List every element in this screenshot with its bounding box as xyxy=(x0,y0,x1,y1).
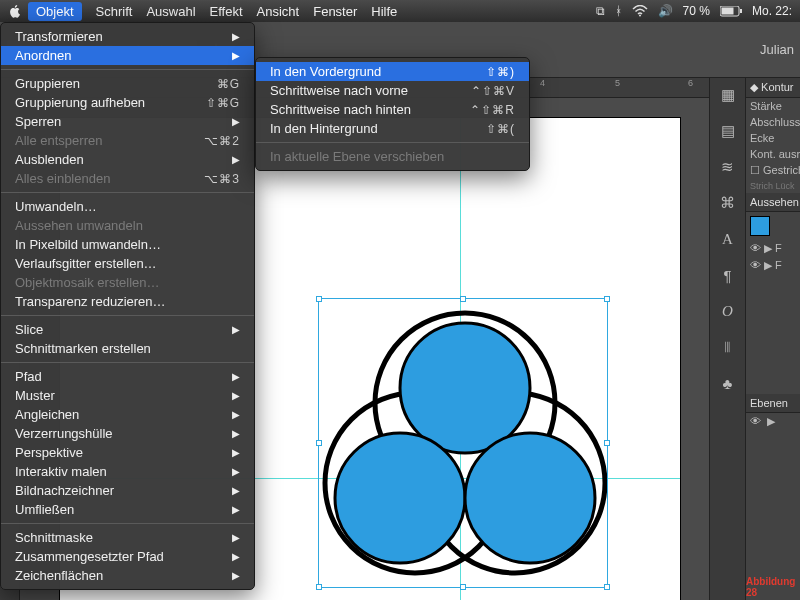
bluetooth-icon: ᚼ xyxy=(615,4,622,18)
paragraph-icon[interactable]: ¶ xyxy=(717,264,739,286)
menu-item-label: Schnittmarken erstellen xyxy=(15,341,151,356)
user-name: Julian xyxy=(760,42,794,57)
layer-row[interactable]: 👁 ▶ xyxy=(746,413,800,430)
menu-item-label: In aktuelle Ebene verschieben xyxy=(270,149,444,164)
menu-item-label: Muster xyxy=(15,388,55,403)
menu-schrift[interactable]: Schrift xyxy=(96,4,133,19)
grid-icon[interactable]: ▦ xyxy=(717,84,739,106)
arrange-submenu[interactable]: In den Vordergrund⇧⌘)Schrittweise nach v… xyxy=(255,57,530,171)
object-menu-item[interactable]: Gruppieren⌘G xyxy=(1,74,254,93)
menu-item-label: Aussehen umwandeln xyxy=(15,218,143,233)
arrange-submenu-item[interactable]: In den Vordergrund⇧⌘) xyxy=(256,62,529,81)
object-menu-item[interactable]: Interaktiv malen▶ xyxy=(1,462,254,481)
opentype-icon[interactable]: O xyxy=(717,300,739,322)
pathfinder-icon[interactable]: ⫴ xyxy=(717,336,739,358)
menu-item-label: In den Vordergrund xyxy=(270,64,381,79)
menu-item-label: Transparenz reduzieren… xyxy=(15,294,166,309)
menu-item-label: Schrittweise nach hinten xyxy=(270,102,411,117)
menu-item-label: Umwandeln… xyxy=(15,199,97,214)
arrange-submenu-separator xyxy=(256,142,529,143)
object-menu[interactable]: Transformieren▶Anordnen▶Gruppieren⌘GGrup… xyxy=(0,22,255,590)
submenu-arrow-icon: ▶ xyxy=(232,532,240,543)
object-menu-item[interactable]: Zeichenflächen▶ xyxy=(1,566,254,585)
object-menu-item[interactable]: Anordnen▶ xyxy=(1,46,254,65)
menu-item-label: Slice xyxy=(15,322,43,337)
menu-item-label: Verzerrungshülle xyxy=(15,426,113,441)
panel-icon-strip: ▦ ▤ ≋ ⌘ A ¶ O ⫴ ♣ xyxy=(709,78,745,600)
object-menu-item[interactable]: Verlaufsgitter erstellen… xyxy=(1,254,254,273)
object-menu-item[interactable]: Transformieren▶ xyxy=(1,27,254,46)
object-menu-item[interactable]: Bildnachzeichner▶ xyxy=(1,481,254,500)
menu-item-label: Sperren xyxy=(15,114,61,129)
object-menu-item[interactable]: Slice▶ xyxy=(1,320,254,339)
appearance-row[interactable]: 👁 ▶ F xyxy=(746,240,800,257)
menu-item-label: Pfad xyxy=(15,369,42,384)
appearance-swatch[interactable] xyxy=(750,216,770,236)
submenu-arrow-icon: ▶ xyxy=(232,31,240,42)
appearance-row[interactable]: 👁 ▶ F xyxy=(746,257,800,274)
menu-item-label: Angleichen xyxy=(15,407,79,422)
submenu-arrow-icon: ▶ xyxy=(232,447,240,458)
ruler-tick: 5 xyxy=(615,78,620,88)
menu-effekt[interactable]: Effekt xyxy=(210,4,243,19)
object-menu-item[interactable]: In Pixelbild umwandeln… xyxy=(1,235,254,254)
menu-objekt[interactable]: Objekt xyxy=(28,2,82,21)
object-menu-item[interactable]: Schnittmarken erstellen xyxy=(1,339,254,358)
submenu-arrow-icon: ▶ xyxy=(232,466,240,477)
svg-rect-2 xyxy=(721,7,733,14)
object-menu-item[interactable]: Zusammengesetzter Pfad▶ xyxy=(1,547,254,566)
dropbox-icon: ⧉ xyxy=(596,4,605,18)
object-menu-item: Objektmosaik erstellen… xyxy=(1,273,254,292)
object-menu-item[interactable]: Schnittmaske▶ xyxy=(1,528,254,547)
menu-item-label: Zusammengesetzter Pfad xyxy=(15,549,164,564)
menu-fenster[interactable]: Fenster xyxy=(313,4,357,19)
panel-kontur-header[interactable]: ◆ Kontur xyxy=(746,78,800,98)
object-menu-item[interactable]: Ausblenden▶ xyxy=(1,150,254,169)
checkbox-gestrichelt[interactable]: ☐ Gestrich xyxy=(746,162,800,179)
symbols-icon[interactable]: ⌘ xyxy=(717,192,739,214)
brushes-icon[interactable]: ≋ xyxy=(717,156,739,178)
panel-aussehen-header[interactable]: Aussehen xyxy=(746,193,800,212)
panel-ebenen-header[interactable]: Ebenen xyxy=(746,394,800,413)
arrange-submenu-item[interactable]: Schrittweise nach vorne⌃⇧⌘V xyxy=(256,81,529,100)
menu-ansicht[interactable]: Ansicht xyxy=(257,4,300,19)
label-strich: Strich Lück xyxy=(746,179,800,193)
object-menu-separator xyxy=(1,315,254,316)
menu-item-label: Verlaufsgitter erstellen… xyxy=(15,256,157,271)
label-ecke: Ecke xyxy=(746,130,800,146)
menu-hilfe[interactable]: Hilfe xyxy=(371,4,397,19)
object-menu-item[interactable]: Perspektive▶ xyxy=(1,443,254,462)
object-menu-item[interactable]: Umfließen▶ xyxy=(1,500,254,519)
arrange-submenu-item[interactable]: Schrittweise nach hinten⌃⇧⌘R xyxy=(256,100,529,119)
object-menu-item[interactable]: Sperren▶ xyxy=(1,112,254,131)
club-icon[interactable]: ♣ xyxy=(717,372,739,394)
submenu-arrow-icon: ▶ xyxy=(232,371,240,382)
object-menu-separator xyxy=(1,523,254,524)
menu-item-label: Interaktiv malen xyxy=(15,464,107,479)
menu-auswahl[interactable]: Auswahl xyxy=(146,4,195,19)
submenu-arrow-icon: ▶ xyxy=(232,485,240,496)
object-menu-item: Alle entsperren⌥⌘2 xyxy=(1,131,254,150)
arrange-submenu-item[interactable]: In den Hintergrund⇧⌘( xyxy=(256,119,529,138)
menu-item-label: Gruppierung aufheben xyxy=(15,95,145,110)
object-menu-item[interactable]: Pfad▶ xyxy=(1,367,254,386)
submenu-arrow-icon: ▶ xyxy=(232,570,240,581)
label-staerke: Stärke xyxy=(746,98,800,114)
object-menu-item[interactable]: Verzerrungshülle▶ xyxy=(1,424,254,443)
object-menu-item[interactable]: Gruppierung aufheben⇧⌘G xyxy=(1,93,254,112)
clock: Mo. 22: xyxy=(752,4,792,18)
label-abschluss: Abschluss xyxy=(746,114,800,130)
submenu-arrow-icon: ▶ xyxy=(232,154,240,165)
object-menu-item[interactable]: Transparenz reduzieren… xyxy=(1,292,254,311)
shortcut-label: ⌃⇧⌘R xyxy=(470,103,515,117)
object-menu-item[interactable]: Angleichen▶ xyxy=(1,405,254,424)
type-icon[interactable]: A xyxy=(717,228,739,250)
selection-box[interactable] xyxy=(318,298,608,588)
submenu-arrow-icon: ▶ xyxy=(232,504,240,515)
shortcut-label: ⇧⌘G xyxy=(206,96,240,110)
submenu-arrow-icon: ▶ xyxy=(232,390,240,401)
object-menu-item[interactable]: Umwandeln… xyxy=(1,197,254,216)
swatches-icon[interactable]: ▤ xyxy=(717,120,739,142)
object-menu-item[interactable]: Muster▶ xyxy=(1,386,254,405)
menu-item-label: Transformieren xyxy=(15,29,103,44)
